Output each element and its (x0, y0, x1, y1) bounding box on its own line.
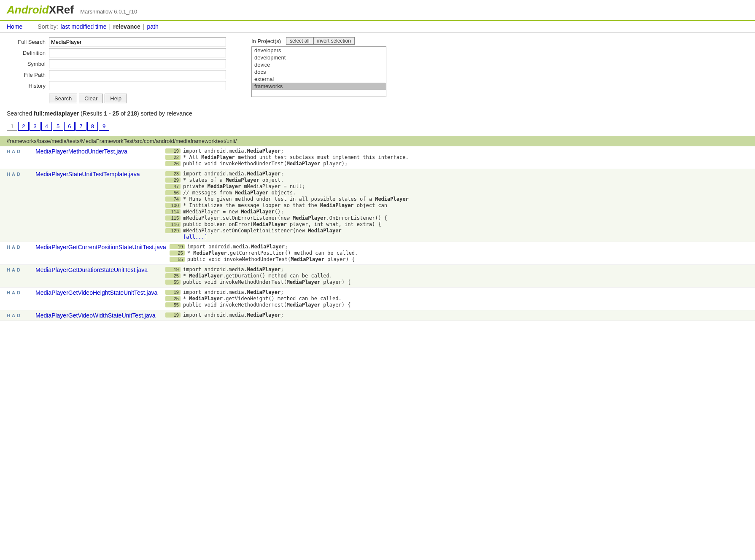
code-line: 19 import android.media.MediaPlayer; (165, 289, 748, 295)
had-links: H A D (7, 171, 32, 177)
diff-link[interactable]: D (17, 245, 20, 250)
annotate-link[interactable]: A (12, 149, 15, 154)
file-link[interactable]: MediaPlayerGetVideoWidthStateUnitTest.ja… (35, 312, 162, 319)
invert-selection-button[interactable]: invert selection (313, 37, 355, 45)
diff-link[interactable]: D (17, 149, 20, 154)
sort-path[interactable]: path (147, 23, 158, 30)
project-item[interactable]: development (252, 54, 386, 61)
annotate-link[interactable]: A (12, 267, 15, 272)
help-button[interactable]: Help (105, 94, 127, 103)
code-text: import android.media.MediaPlayer; (187, 244, 288, 250)
full-search-input[interactable] (49, 37, 226, 46)
had-links: H A D (7, 148, 32, 154)
file-link[interactable]: MediaPlayerGetDurationStateUnitTest.java (35, 267, 162, 273)
annotate-link[interactable]: A (12, 172, 15, 177)
filepath-label: File Path (7, 72, 49, 78)
code-line: 100 * Initializes the message looper so … (165, 202, 748, 208)
definition-input[interactable] (49, 48, 226, 57)
logo: AndroidXRef Marshmallow 6.0.1_r10 (7, 3, 137, 16)
code-line: 56 // messages from MediaPlayer objects. (165, 190, 748, 196)
code-line: 29 * states of a MediaPlayer object. (165, 177, 748, 183)
project-list[interactable]: developers development device docs exter… (251, 46, 386, 97)
annotate-link[interactable]: A (12, 245, 15, 250)
code-text: public void invokeMethodUnderTest(MediaP… (183, 279, 351, 285)
logo-android: Android (7, 3, 49, 16)
page-7[interactable]: 7 (76, 122, 86, 131)
diff-link[interactable]: D (17, 267, 20, 272)
diff-link[interactable]: D (17, 313, 20, 318)
result-row: H A D MediaPlayerMethodUnderTest.java 19… (0, 146, 755, 169)
code-text: mMediaPlayer.setOnErrorListener(new Medi… (183, 215, 387, 221)
diff-link[interactable]: D (17, 290, 20, 295)
page-1[interactable]: 1 (7, 122, 17, 131)
symbol-label: Symbol (7, 61, 49, 67)
code-line: 25 * MediaPlayer.getDuration() method ca… (165, 273, 748, 279)
definition-row: Definition (7, 48, 243, 57)
line-number: 19 (165, 312, 181, 318)
project-item[interactable]: developers (252, 47, 386, 54)
code-text: import android.media.MediaPlayer; (183, 312, 283, 318)
result-block: H A D MediaPlayerGetCurrentPositionState… (0, 242, 755, 265)
page-6[interactable]: 6 (64, 122, 75, 131)
all-link[interactable]: [all...] (183, 234, 748, 240)
file-link[interactable]: MediaPlayerGetCurrentPositionStateUnitTe… (35, 244, 166, 250)
page-5[interactable]: 5 (53, 122, 63, 131)
history-link[interactable]: H (7, 172, 10, 177)
code-line: 25 * MediaPlayer.getVideoHeight() method… (165, 296, 748, 302)
clear-button[interactable]: Clear (79, 94, 103, 103)
filepath-input[interactable] (49, 70, 226, 79)
code-line: 25 * MediaPlayer.getCurrentPosition() me… (170, 250, 748, 256)
code-text: import android.media.MediaPlayer; (183, 171, 283, 177)
select-all-button[interactable]: select all (286, 37, 313, 45)
line-number: 56 (165, 190, 181, 195)
code-text: * MediaPlayer.getCurrentPosition() metho… (187, 250, 358, 256)
code-line: 114 mMediaPlayer = new MediaPlayer(); (165, 209, 748, 215)
page-8[interactable]: 8 (87, 122, 98, 131)
divider-2: | (143, 23, 145, 30)
file-link[interactable]: MediaPlayerStateUnitTestTemplate.java (35, 171, 162, 178)
line-number: 47 (165, 184, 181, 189)
query-text: full:mediaplayer (34, 110, 79, 117)
line-number: 55 (170, 257, 185, 262)
history-input[interactable] (49, 81, 226, 90)
symbol-row: Symbol (7, 59, 243, 68)
sort-by-label: Sort by: (38, 23, 58, 30)
diff-link[interactable]: D (17, 172, 20, 177)
history-link[interactable]: H (7, 245, 10, 250)
project-item[interactable]: external (252, 75, 386, 83)
in-project-label: In Project(s) (251, 38, 281, 44)
page-9[interactable]: 9 (99, 122, 109, 131)
code-text: public void invokeMethodUnderTest(MediaP… (183, 161, 348, 167)
code-text: // messages from MediaPlayer objects. (183, 190, 296, 196)
code-line: 55 public void invokeMethodUnderTest(Med… (165, 279, 748, 285)
sort-last-modified[interactable]: last modified time (61, 23, 107, 30)
line-number: 19 (165, 290, 181, 295)
project-buttons: select all invert selection (286, 37, 355, 45)
annotate-link[interactable]: A (12, 290, 15, 295)
annotate-link[interactable]: A (12, 313, 15, 318)
project-item[interactable]: device (252, 61, 386, 68)
page-4[interactable]: 4 (41, 122, 52, 131)
result-row: H A D MediaPlayerGetVideoHeightStateUnit… (0, 288, 755, 310)
history-link[interactable]: H (7, 313, 10, 318)
line-number: 129 (165, 228, 181, 233)
in-project-row: In Project(s) select all invert selectio… (251, 37, 748, 45)
code-line: 74 * Runs the given method under test in… (165, 196, 748, 202)
history-link[interactable]: H (7, 267, 10, 272)
action-buttons: Search Clear Help (49, 94, 243, 103)
code-text: mMediaPlayer.setOnCompletionListener(new… (183, 228, 342, 234)
results: /frameworks/base/media/tests/MediaFramew… (0, 136, 755, 321)
history-link[interactable]: H (7, 149, 10, 154)
history-link[interactable]: H (7, 290, 10, 295)
search-button[interactable]: Search (49, 94, 77, 103)
code-line: 19 import android.media.MediaPlayer; (165, 148, 748, 154)
line-number: 100 (165, 203, 181, 208)
page-3[interactable]: 3 (30, 122, 40, 131)
symbol-input[interactable] (49, 59, 226, 68)
home-link[interactable]: Home (7, 23, 22, 30)
project-item-selected[interactable]: frameworks (252, 83, 386, 90)
file-link[interactable]: MediaPlayerGetVideoHeightStateUnitTest.j… (35, 289, 162, 296)
project-item[interactable]: docs (252, 68, 386, 75)
file-link[interactable]: MediaPlayerMethodUnderTest.java (35, 148, 162, 155)
page-2[interactable]: 2 (18, 122, 29, 131)
